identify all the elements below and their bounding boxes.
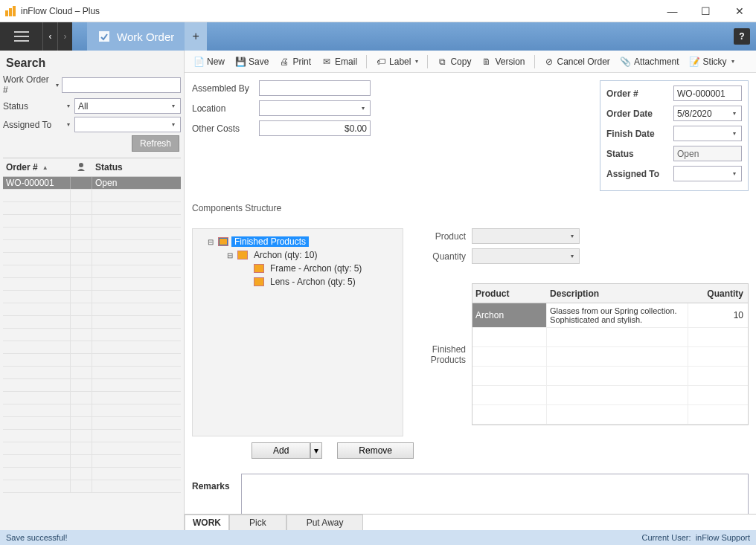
assembled-by-label: Assembled By [192, 83, 259, 94]
list-row[interactable] [3, 316, 181, 329]
remove-button[interactable]: Remove [337, 442, 414, 459]
item-icon [237, 251, 248, 259]
tree-node[interactable]: Frame - Archon (qty: 5) [196, 262, 400, 275]
list-row[interactable] [3, 404, 181, 417]
list-row[interactable] [3, 354, 181, 367]
table-row[interactable] [472, 328, 748, 347]
list-row[interactable] [3, 379, 181, 392]
table-row[interactable] [472, 367, 748, 386]
save-button[interactable]: 💾Save [231, 54, 273, 69]
status-message: Save successful! [6, 533, 68, 542]
table-row[interactable] [472, 405, 748, 425]
attachment-button[interactable]: 📎Attachment [616, 54, 684, 69]
list-row[interactable] [3, 278, 181, 291]
assigned-to-combo[interactable]: ▾ [673, 166, 742, 181]
version-button[interactable]: 🗎Version [477, 54, 529, 69]
header-person-icon[interactable] [70, 162, 92, 173]
list-row[interactable] [3, 468, 181, 480]
content-toolbar: 📄New 💾Save 🖨Print ✉Email 🏷Label▾ ⧉Copy 🗎… [185, 51, 756, 73]
add-button[interactable]: Add [252, 442, 310, 459]
list-row[interactable] [3, 240, 181, 253]
tree-node[interactable]: Lens - Archon (qty: 5) [196, 275, 400, 288]
quantity-label: Quantity [421, 251, 466, 262]
help-button[interactable]: ? [734, 28, 750, 45]
topbar: ‹ › Work Order + ? [0, 22, 756, 51]
table-header-qty[interactable]: Quantity [688, 288, 748, 299]
list-row[interactable] [3, 253, 181, 265]
label-button[interactable]: 🏷Label▾ [371, 54, 423, 69]
assembled-by-input[interactable] [259, 80, 371, 96]
list-row[interactable] [3, 455, 181, 468]
tree-node-root[interactable]: ⊟ Finished Products [196, 235, 400, 248]
search-wo-input[interactable] [62, 77, 181, 93]
print-button[interactable]: 🖨Print [275, 54, 315, 69]
list-header: Order # ▲ Status [3, 158, 181, 177]
list-row[interactable] [3, 215, 181, 228]
copy-button[interactable]: ⧉Copy [432, 54, 475, 69]
components-tree[interactable]: ⊟ Finished Products ⊟ Archon (qty: 10) [192, 228, 403, 436]
tree-node[interactable]: ⊟ Archon (qty: 10) [196, 248, 400, 262]
menu-button[interactable] [0, 22, 42, 51]
tab-pick[interactable]: Pick [229, 515, 286, 531]
list-row[interactable]: WO-000001 Open [3, 177, 181, 190]
search-status-combo[interactable]: All ▾ [74, 98, 181, 114]
cancel-icon: ⊘ [544, 57, 554, 67]
remarks-input[interactable] [241, 474, 749, 514]
list-row[interactable] [3, 265, 181, 278]
close-button[interactable]: ✕ [723, 0, 756, 22]
header-status[interactable]: Status [92, 162, 181, 172]
list-row[interactable] [3, 367, 181, 379]
dropdown-icon[interactable]: ▾ [67, 103, 74, 109]
list-row[interactable] [3, 190, 181, 202]
list-row[interactable] [3, 430, 181, 442]
dropdown-icon[interactable]: ▾ [67, 121, 74, 128]
order-num-label: Order # [606, 88, 673, 99]
table-row[interactable] [472, 386, 748, 405]
tree-collapse-icon[interactable]: ⊟ [225, 251, 234, 259]
list-row[interactable] [3, 228, 181, 240]
list-row[interactable] [3, 392, 181, 404]
new-button[interactable]: 📄New [189, 54, 229, 69]
list-row[interactable] [3, 329, 181, 341]
dropdown-icon[interactable]: ▾ [56, 82, 62, 88]
refresh-button[interactable]: Refresh [132, 135, 179, 152]
list-row[interactable] [3, 202, 181, 215]
add-dropdown-button[interactable]: ▾ [310, 442, 322, 459]
list-row[interactable] [3, 480, 181, 493]
tab-putaway[interactable]: Put Away [286, 515, 364, 531]
location-combo[interactable]: ▾ [259, 100, 371, 116]
nav-forward-button[interactable]: › [57, 22, 72, 51]
chevron-down-icon: ▾ [170, 121, 177, 128]
tab-add-button[interactable]: + [185, 22, 207, 51]
cancel-order-button[interactable]: ⊘Cancel Order [539, 54, 615, 69]
table-row[interactable] [472, 347, 748, 367]
sticky-button[interactable]: 📝Sticky▾ [685, 54, 739, 69]
list-row[interactable] [3, 417, 181, 430]
product-combo[interactable]: ▾ [472, 228, 580, 244]
location-label: Location [192, 103, 259, 114]
search-assigned-combo[interactable]: ▾ [74, 117, 181, 132]
finish-date-field[interactable]: ▾ [673, 126, 742, 141]
sticky-icon: 📝 [690, 57, 700, 67]
search-status-value: All [78, 101, 88, 112]
quantity-combo[interactable]: ▾ [472, 248, 580, 264]
tree-collapse-icon[interactable]: ⊟ [206, 238, 215, 246]
table-row[interactable]: Archon Glasses from our Spring collectio… [472, 303, 748, 328]
list-row[interactable] [3, 341, 181, 354]
list-row[interactable] [3, 442, 181, 455]
minimize-button[interactable]: — [656, 0, 689, 22]
list-row[interactable] [3, 291, 181, 303]
nav-back-button[interactable]: ‹ [42, 22, 57, 51]
other-costs-input[interactable]: $0.00 [259, 120, 371, 136]
tab-work-order[interactable]: Work Order [87, 22, 185, 51]
chevron-down-icon: ▾ [568, 253, 576, 259]
order-date-field[interactable]: 5/8/2020▾ [673, 106, 742, 121]
email-button[interactable]: ✉Email [317, 54, 362, 69]
order-num-field[interactable]: WO-000001 [673, 86, 742, 101]
header-order[interactable]: Order # [6, 162, 38, 172]
maximize-button[interactable]: ☐ [689, 0, 723, 22]
list-row[interactable] [3, 303, 181, 316]
table-header-product[interactable]: Product [472, 288, 547, 299]
tab-work[interactable]: WORK [185, 515, 229, 531]
table-header-desc[interactable]: Description [547, 288, 688, 299]
